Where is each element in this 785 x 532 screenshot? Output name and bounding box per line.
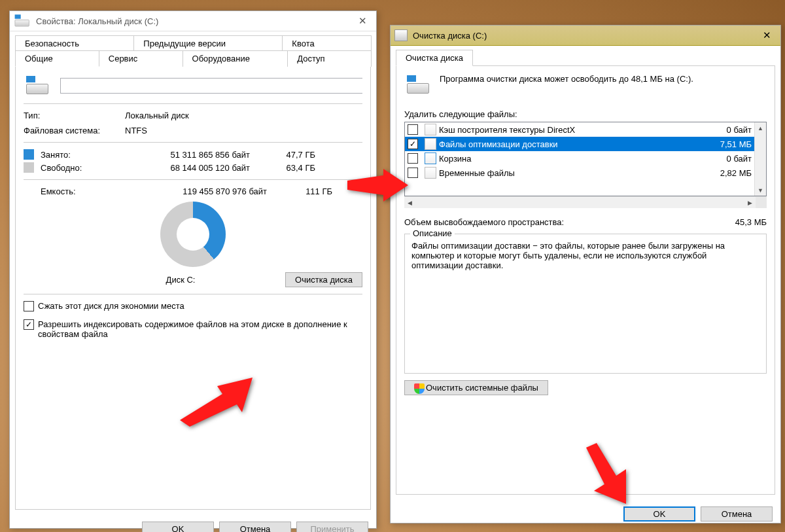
used-swatch — [24, 149, 34, 160]
cleanup-drive-icon — [404, 74, 430, 96]
tab-hardware[interactable]: Оборудование — [183, 50, 288, 67]
index-label: Разрешить индексировать содержимое файло… — [38, 319, 362, 339]
index-checkbox[interactable] — [24, 319, 34, 330]
cleanup-icon — [394, 29, 408, 41]
scrollbar-horizontal[interactable]: ◀ ▶ — [404, 196, 767, 208]
tab-tools[interactable]: Сервис — [99, 50, 183, 67]
ok-button[interactable]: OK — [623, 506, 695, 522]
file-list-row[interactable]: Кэш построителя текстуры DirectX0 байт — [405, 122, 754, 137]
label-free: Свободно: — [41, 163, 119, 173]
close-icon[interactable]: ✕ — [757, 29, 776, 41]
value-used-gb: 47,7 ГБ — [250, 150, 315, 160]
file-checkbox[interactable] — [408, 124, 418, 135]
disk-properties-window: Свойства: Локальный диск (C:) ✕ Безопасн… — [9, 10, 377, 529]
gain-label: Объем высвобождаемого пространства: — [404, 217, 735, 227]
file-checkbox[interactable] — [408, 168, 418, 178]
scroll-left-icon[interactable]: ◀ — [404, 197, 415, 208]
value-free-bytes: 68 144 005 120 байт — [119, 163, 250, 173]
label-fs: Файловая система: — [24, 126, 125, 135]
shield-icon — [414, 383, 425, 394]
description-text: Файлы оптимизации доставки − это файлы, … — [411, 241, 759, 270]
window-title: Свойства: Локальный диск (C:) — [36, 16, 347, 26]
description-group: Описание Файлы оптимизации доставки − эт… — [404, 234, 767, 374]
label-type: Тип: — [24, 111, 125, 120]
file-size: 0 байт — [727, 154, 752, 164]
apply-button[interactable]: Применить — [296, 522, 368, 532]
file-name: Корзина — [439, 154, 724, 164]
file-name: Кэш построителя текстуры DirectX — [439, 125, 724, 135]
file-icon — [425, 167, 436, 179]
file-checkbox[interactable] — [408, 139, 418, 149]
description-legend: Описание — [410, 228, 455, 238]
file-name: Временные файлы — [439, 168, 718, 178]
file-list-row[interactable]: Файлы оптимизации доставки7,51 МБ — [405, 137, 754, 151]
scroll-down-icon[interactable]: ▼ — [755, 185, 766, 196]
disk-cleanup-button[interactable]: Очистка диска — [285, 272, 362, 287]
tab-general[interactable]: Общие — [15, 50, 99, 67]
file-size: 0 байт — [727, 125, 752, 135]
compress-label: Сжать этот диск для экономии места — [38, 301, 184, 311]
value-used-bytes: 51 311 865 856 байт — [119, 150, 250, 160]
label-disk: Диск C: — [24, 275, 285, 285]
gain-value: 45,3 МБ — [735, 217, 767, 227]
titlebar[interactable]: Очистка диска (C:) ✕ — [391, 26, 780, 46]
files-label: Удалить следующие файлы: — [404, 109, 767, 119]
file-size: 7,51 МБ — [720, 139, 752, 149]
label-used: Занято: — [41, 150, 119, 160]
cancel-button[interactable]: Отмена — [219, 522, 291, 532]
ok-button[interactable]: OK — [142, 522, 214, 532]
value-free-gb: 63,4 ГБ — [250, 163, 315, 173]
tab-security[interactable]: Безопасность — [15, 35, 134, 51]
value-fs: NTFS — [125, 126, 147, 135]
intro-text: Программа очистки диска может освободить… — [440, 74, 767, 84]
value-type: Локальный диск — [125, 111, 189, 120]
drive-icon — [24, 75, 50, 97]
tab-sharing[interactable]: Доступ — [287, 50, 372, 67]
file-icon — [425, 138, 436, 150]
file-name: Файлы оптимизации доставки — [439, 139, 718, 149]
disk-name-input[interactable] — [60, 78, 362, 94]
file-checkbox[interactable] — [408, 153, 418, 164]
scroll-up-icon[interactable]: ▲ — [755, 122, 766, 133]
tab-quota[interactable]: Квота — [282, 35, 372, 51]
compress-checkbox[interactable] — [24, 301, 34, 311]
file-size: 2,82 МБ — [720, 168, 752, 178]
window-title: Очистка диска (C:) — [413, 31, 752, 41]
tab-content: Тип:Локальный диск Файловая система:NTFS… — [15, 66, 371, 510]
file-list-row[interactable]: Временные файлы2,82 МБ — [405, 166, 754, 180]
disk-cleanup-window: Очистка диска (C:) ✕ Очистка диска Прогр… — [390, 25, 781, 523]
dialog-buttons: OK Отмена Применить — [10, 515, 376, 532]
usage-pie-chart — [160, 202, 226, 267]
file-icon — [425, 152, 436, 164]
titlebar[interactable]: Свойства: Локальный диск (C:) ✕ — [10, 11, 376, 31]
value-capacity-gb: 111 ГБ — [267, 186, 332, 196]
scroll-right-icon[interactable]: ▶ — [744, 197, 756, 208]
label-capacity: Емкость: — [24, 186, 136, 196]
free-swatch — [24, 162, 34, 173]
tab-cleanup[interactable]: Очистка диска — [396, 50, 473, 66]
drive-icon — [13, 14, 30, 28]
clean-system-files-button[interactable]: Очистить системные файлы — [404, 380, 548, 395]
tab-content: Программа очистки диска может освободить… — [396, 65, 775, 495]
file-list[interactable]: Кэш построителя текстуры DirectX0 байтФа… — [404, 122, 767, 196]
file-icon — [425, 124, 436, 135]
scrollbar-vertical[interactable]: ▲ ▼ — [754, 122, 766, 196]
tab-previous-versions[interactable]: Предыдущие версии — [133, 35, 283, 51]
close-icon[interactable]: ✕ — [353, 15, 372, 27]
cancel-button[interactable]: Отмена — [701, 506, 773, 522]
tab-strip: Безопасность Предыдущие версии Квота Общ… — [10, 31, 376, 66]
value-capacity-bytes: 119 455 870 976 байт — [136, 186, 267, 196]
file-list-row[interactable]: Корзина0 байт — [405, 151, 754, 166]
